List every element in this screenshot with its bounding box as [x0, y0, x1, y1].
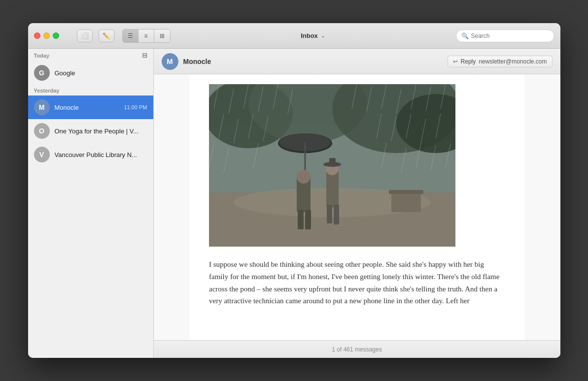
- email-image: [209, 84, 455, 247]
- view-toggle: ☰ ≡ ⊞: [122, 29, 171, 43]
- main-content: Today ⊟ G Google Yesterday M: [28, 49, 560, 358]
- one-yoga-name: One Yoga for the People | V...: [55, 127, 147, 135]
- inbox-title: Inbox: [301, 32, 318, 39]
- grid-icon: ⊞: [160, 32, 165, 39]
- email-image-container: [209, 84, 505, 249]
- search-bar[interactable]: 🔍: [456, 30, 554, 42]
- titlebar: ⬜ ✏️ ☰ ≡ ⊞ Inbox ⌄ 🔍: [28, 23, 560, 49]
- email-body: I suppose we should be thinking about se…: [189, 74, 524, 340]
- sidebar-item-vancouver[interactable]: V Vancouver Public Library N...: [28, 143, 153, 166]
- traffic-lights: [34, 32, 59, 39]
- list-icon: ☰: [128, 32, 133, 39]
- email-body-text: I suppose we should be thinking about se…: [209, 258, 505, 307]
- reply-label: Reply: [461, 58, 476, 65]
- google-info: Google: [55, 69, 147, 77]
- vancouver-info: Vancouver Public Library N...: [55, 151, 147, 159]
- sidebar-item-google[interactable]: G Google: [28, 61, 153, 85]
- email-address: newsletter@monocle.com: [479, 58, 547, 65]
- sidebar-item-one-yoga[interactable]: O One Yoga for the People | V...: [28, 119, 153, 143]
- avatar-monocle: M: [34, 99, 50, 115]
- today-section-header: Today ⊟: [28, 49, 153, 61]
- list-view-button[interactable]: ☰: [123, 30, 138, 42]
- search-input[interactable]: [471, 32, 549, 39]
- minimize-button[interactable]: [43, 32, 50, 39]
- message-count: 1 of 461 messages: [332, 346, 381, 353]
- main-window: ⬜ ✏️ ☰ ≡ ⊞ Inbox ⌄ 🔍 T: [28, 23, 560, 358]
- today-label: Today: [34, 53, 50, 59]
- sidebar-item-monocle[interactable]: M Monocle 11:00 PM: [28, 95, 153, 119]
- detail-view-button[interactable]: ≡: [138, 30, 154, 42]
- email-sender-name: Monocle: [183, 58, 443, 65]
- avatar-google: G: [34, 65, 50, 81]
- reply-button[interactable]: ↩ Reply newsletter@monocle.com: [448, 56, 553, 67]
- avatar-vancouver: V: [34, 147, 50, 162]
- monocle-info: Monocle: [55, 104, 119, 111]
- inbox-chevron-icon: ⌄: [321, 32, 325, 39]
- titlebar-center: Inbox ⌄: [174, 32, 452, 39]
- compose-icon: ⬜: [81, 32, 89, 39]
- email-content[interactable]: I suppose we should be thinking about se…: [154, 74, 560, 340]
- close-button[interactable]: [34, 32, 40, 39]
- compose-button[interactable]: ⬜: [77, 30, 93, 42]
- google-name: Google: [55, 69, 147, 77]
- maximize-button[interactable]: [53, 32, 59, 39]
- svg-rect-52: [209, 84, 455, 247]
- detail-list-icon: ≡: [144, 32, 147, 39]
- search-icon: 🔍: [461, 32, 469, 39]
- vancouver-name: Vancouver Public Library N...: [55, 151, 147, 159]
- monocle-name: Monocle: [55, 104, 119, 111]
- yesterday-section-header: Yesterday: [28, 85, 153, 95]
- email-panel: M Monocle ↩ Reply newsletter@monocle.com: [154, 49, 560, 358]
- yesterday-label: Yesterday: [34, 88, 60, 94]
- new-message-button[interactable]: ✏️: [99, 30, 114, 42]
- sender-avatar: M: [162, 53, 178, 70]
- edit-icon: ✏️: [103, 32, 110, 39]
- email-footer: 1 of 461 messages: [154, 340, 560, 358]
- reply-icon: ↩: [453, 58, 458, 65]
- monocle-time: 11:00 PM: [124, 104, 147, 110]
- avatar-one-yoga: O: [34, 123, 50, 139]
- sidebar: Today ⊟ G Google Yesterday M: [28, 49, 154, 358]
- filter-icon[interactable]: ⊟: [142, 52, 147, 59]
- grid-view-button[interactable]: ⊞: [154, 30, 170, 42]
- email-header: M Monocle ↩ Reply newsletter@monocle.com: [154, 49, 560, 74]
- one-yoga-info: One Yoga for the People | V...: [55, 127, 147, 135]
